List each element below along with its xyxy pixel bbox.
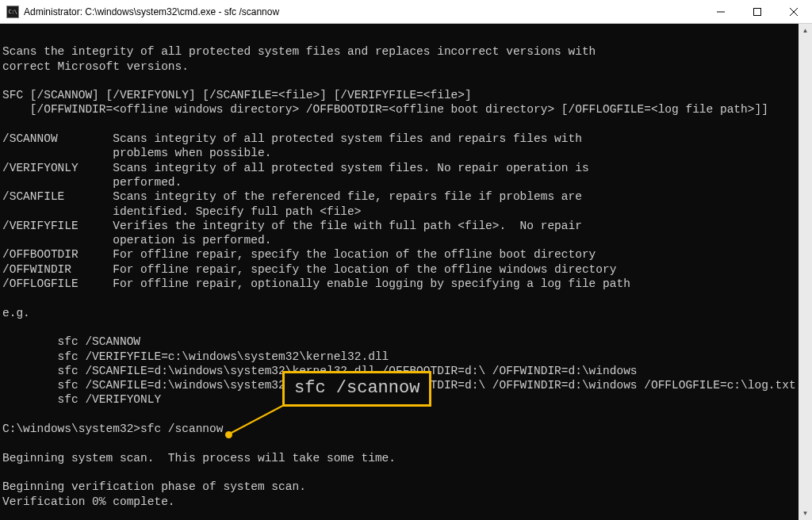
terminal-output[interactable]: Scans the integrity of all protected sys… xyxy=(0,24,799,520)
cmd-icon: C:\ xyxy=(6,6,19,18)
svg-rect-1 xyxy=(754,8,761,15)
window-controls xyxy=(703,0,812,23)
minimize-button[interactable] xyxy=(703,0,739,23)
callout-highlight: sfc /scannow xyxy=(282,371,431,407)
maximize-button[interactable] xyxy=(739,0,776,23)
scroll-up-arrow[interactable]: ▲ xyxy=(799,24,812,37)
terminal-area: Scans the integrity of all protected sys… xyxy=(0,24,812,520)
cmd-window: C:\ Administrator: C:\windows\system32\c… xyxy=(0,0,812,520)
titlebar[interactable]: C:\ Administrator: C:\windows\system32\c… xyxy=(0,0,812,24)
scroll-down-arrow[interactable]: ▼ xyxy=(799,507,812,520)
vertical-scrollbar[interactable]: ▲ ▼ xyxy=(799,24,812,520)
callout-text: sfc /scannow xyxy=(294,378,419,398)
close-button[interactable] xyxy=(776,0,812,23)
scroll-track[interactable] xyxy=(799,37,812,507)
window-title: Administrator: C:\windows\system32\cmd.e… xyxy=(24,6,703,17)
